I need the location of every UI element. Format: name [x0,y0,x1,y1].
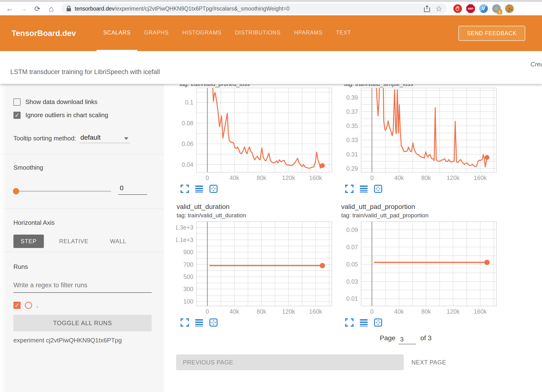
fit-data-icon[interactable] [374,318,382,327]
svg-text:100: 100 [183,298,193,305]
runs-label: Runs [13,263,152,271]
fullscreen-icon[interactable] [180,184,189,193]
ignore-outliers-label: Ignore outliers in chart scaling [25,111,108,119]
svg-text:0: 0 [370,174,374,181]
svg-text:0.05: 0.05 [346,261,358,268]
fullscreen-icon[interactable] [180,318,189,327]
tab-distributions[interactable]: DISTRIBUTIONS [228,15,288,51]
svg-text:120k: 120k [447,174,460,181]
ignore-outliers-checkbox[interactable]: ✓ [13,112,21,119]
chart-header: valid_utt_duration tag: train/valid_utt_… [176,203,333,219]
page-number-input[interactable] [399,336,416,344]
address-bar[interactable]: tensorboard.dev/experiment/cj2vtPiwQHKN9… [61,3,447,14]
runs-regex-placeholder: Write a regex to filter runs [13,282,87,289]
fit-data-icon[interactable] [209,318,218,327]
tab-graphs[interactable]: GRAPHS [137,15,175,51]
show-download-links-checkbox[interactable] [13,98,21,106]
chart-tag: tag: train/valid_pruned_loss [179,84,250,87]
chart-header: valid_utt_pad_proportion tag: train/vali… [341,203,498,219]
browser-chrome: ← → ⟳ ⌂ tensorboard.dev/experiment/cj2vt… [0,0,542,15]
horizontal-axis-buttons: STEP RELATIVE WALL [13,235,152,248]
fullscreen-icon[interactable] [345,318,354,327]
expand-lines-icon[interactable] [195,318,203,327]
tooltip-sorting-dropdown[interactable]: default [80,134,130,143]
tab-scalars[interactable]: SCALARS [97,15,137,51]
svg-text:0.33: 0.33 [346,137,358,143]
lock-icon [66,6,71,12]
ignore-outliers-row: ✓ Ignore outliers in chart scaling [13,111,152,119]
smoothing-slider-thumb[interactable] [13,188,19,194]
smoothing-slider[interactable] [13,191,111,192]
chart-title: valid_utt_pad_proportion [341,203,498,211]
fit-data-icon[interactable] [209,184,218,193]
extension-stop-icon[interactable] [453,4,462,13]
runs-regex-input[interactable]: Write a regex to filter runs [13,282,152,293]
svg-text:0.09: 0.09 [346,226,358,233]
svg-text:0.29: 0.29 [346,165,358,172]
expand-lines-icon[interactable] [359,318,368,327]
chart-tag: tag: train/valid_simple_loss [344,84,413,87]
reload-button[interactable]: ⟳ [32,3,43,14]
url-text[interactable]: tensorboard.dev/experiment/cj2vtPiwQHKN9… [75,6,419,12]
svg-text:120k: 120k [447,308,460,315]
svg-text:0.35: 0.35 [346,122,358,129]
run-checkbox[interactable]: ✓ [13,302,21,309]
send-feedback-button[interactable]: SEND FEEDBACK [458,26,525,41]
axis-wall-button[interactable]: WALL [104,235,133,248]
divider [0,252,163,252]
chart-title: valid_utt_duration [177,203,333,211]
run-color-swatch [25,302,32,309]
smoothing-value-input[interactable]: 0 [118,184,147,195]
svg-text:80k: 80k [257,174,266,181]
fullscreen-icon[interactable] [345,184,354,193]
svg-text:160k: 160k [309,174,322,181]
line-chart-valid-utt-pad-proportion[interactable]: 040k80k120k160k0.090.070.050.030.01 [341,221,498,316]
chart-tag: tag: train/valid_utt_duration [177,212,333,219]
clipped-chart-header: valid_pruned_loss tag: train/valid_prune… [176,84,333,87]
expand-lines-icon[interactable] [359,184,368,193]
extension-v-icon[interactable]: V [479,4,488,13]
svg-text:1.1e+3: 1.1e+3 [176,236,193,243]
expand-lines-icon[interactable] [195,184,203,193]
svg-text:120k: 120k [282,174,295,181]
horizontal-axis-label: Horizontal Axis [13,219,152,226]
svg-text:40k: 40k [394,174,404,181]
toggle-all-runs-button[interactable]: TOGGLE ALL RUNS [13,315,152,331]
chevron-down-icon [124,137,128,140]
line-chart-valid-utt-duration[interactable]: 040k80k120k160k1.3e+31.1e+39007005003001… [176,221,333,316]
tensorboard-header: TensorBoard.dev SCALARS GRAPHS HISTOGRAM… [0,15,542,51]
forward-button[interactable]: → [18,3,29,14]
show-download-links-row: Show data download links [13,98,152,106]
svg-text:40k: 40k [230,308,239,315]
tab-histograms[interactable]: HISTOGRAMS [175,15,228,51]
fit-data-icon[interactable] [374,184,382,193]
chart-actions [180,317,333,328]
extension-cookie-icon[interactable] [505,4,514,13]
svg-text:0: 0 [206,174,209,181]
smoothing-slider-row: 0 [13,188,152,195]
svg-text:300: 300 [183,286,193,292]
axis-relative-button[interactable]: RELATIVE [53,235,95,248]
svg-text:0.39: 0.39 [346,94,358,101]
page-buttons: PREVIOUS PAGE NEXT PAGE [176,354,542,370]
svg-text:0.1: 0.1 [185,99,193,106]
show-download-links-label: Show data download links [25,98,98,106]
svg-text:40k: 40k [394,308,404,315]
home-button[interactable]: ⌂ [46,3,57,14]
extension-abp-icon[interactable]: ABP [466,4,475,13]
line-chart-valid-simple-loss[interactable]: 040k80k120k160k0.390.370.350.330.310.29 [341,87,498,182]
line-chart-valid-pruned-loss[interactable]: 040k80k120k160k0.10.080.060.04 [176,87,333,182]
run-row: ✓ . [13,301,152,309]
extensions-area: ABP V 1 [453,4,514,13]
chart-actions [345,184,498,194]
back-button[interactable]: ← [4,3,15,14]
chart-tag: tag: train/valid_utt_pad_proportion [341,212,498,219]
tab-text[interactable]: TEXT [329,15,358,51]
axis-step-button[interactable]: STEP [13,235,44,248]
bookmark-star-icon[interactable]: ☆ [435,4,442,13]
next-page-button[interactable]: NEXT PAGE [411,359,446,366]
extension-gray-icon[interactable]: 1 [492,4,501,13]
share-icon[interactable] [424,5,430,12]
previous-page-button[interactable]: PREVIOUS PAGE [176,354,404,370]
tab-hparams[interactable]: HPARAMS [287,15,329,51]
